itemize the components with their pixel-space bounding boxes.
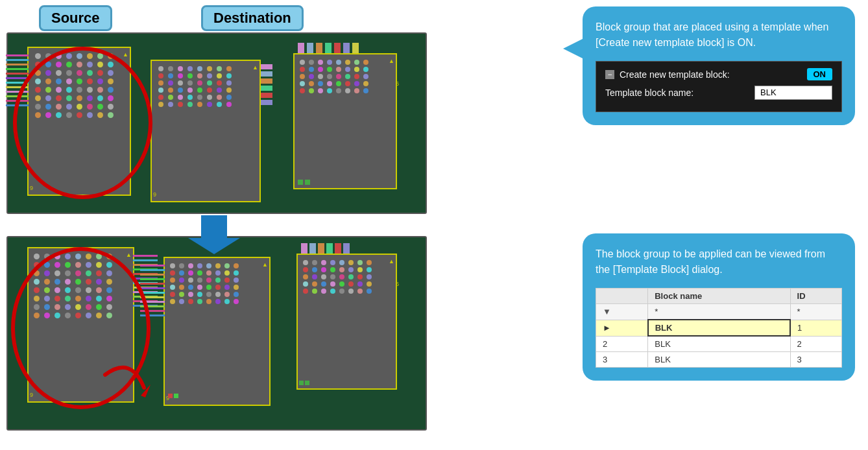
row2-name: BLK <box>648 336 790 352</box>
table-col-empty <box>596 289 648 304</box>
callout-inner-box: − Create new template block: ON Template… <box>596 61 842 112</box>
filter-id-cell: * <box>790 304 841 320</box>
callout-bottom: The block group to be applied can be vie… <box>583 233 855 381</box>
row2-id: 2 <box>790 336 841 352</box>
blue-down-arrow <box>188 215 240 257</box>
filter-icon-cell: ▼ <box>596 304 648 320</box>
bottom-pcb-area: 9 ▲ <box>0 230 435 450</box>
svg-marker-0 <box>188 215 240 254</box>
table-filter-row: ▼ * * <box>596 304 842 320</box>
dest2-bottom-pcb-block: ▲ 6 <box>296 254 397 390</box>
table-row[interactable]: ► BLK 1 <box>596 320 842 336</box>
create-template-row: − Create new template block: ON <box>605 68 832 80</box>
red-arrow <box>92 362 157 410</box>
dest2-pcb-block: ▲ 6 <box>293 53 397 189</box>
template-table: Block name ID ▼ * * ► BLK 1 2 BLK <box>596 288 842 368</box>
minus-icon: − <box>605 70 614 79</box>
create-template-label-group: − Create new template block: <box>605 69 730 80</box>
table-row[interactable]: 3 BLK 3 <box>596 352 842 368</box>
callout-bottom-text: The block group to be applied can be vie… <box>596 246 842 278</box>
table-col-id: ID <box>790 289 841 304</box>
row3-id: 3 <box>790 352 841 368</box>
dest1-pcb-block: 9 ▲ <box>151 60 261 202</box>
row2-indicator: 2 <box>596 336 648 352</box>
page-container: Source Destination <box>0 0 868 450</box>
template-name-input[interactable]: BLK <box>754 86 832 100</box>
source-label: Source <box>39 5 112 31</box>
row3-indicator: 3 <box>596 352 648 368</box>
top-pcb-area: Source Destination <box>0 0 435 220</box>
on-badge: ON <box>807 68 833 80</box>
dest1-bottom-pcb-block: 9 ▲ <box>163 257 271 406</box>
row3-name: BLK <box>648 352 790 368</box>
table-row[interactable]: 2 BLK 2 <box>596 336 842 352</box>
create-template-label: Create new template block: <box>620 69 730 80</box>
row1-indicator: ► <box>596 320 648 336</box>
filter-name-cell: * <box>648 304 790 320</box>
callout-top-text: Block group that are placed using a temp… <box>596 19 842 51</box>
table-col-blockname: Block name <box>648 289 790 304</box>
destination-label: Destination <box>201 5 304 31</box>
row1-name: BLK <box>648 320 790 336</box>
row1-id: 1 <box>790 320 841 336</box>
callout-top: Block group that are placed using a temp… <box>583 6 855 125</box>
template-name-label: Template block name: <box>605 88 693 98</box>
template-name-row: Template block name: BLK <box>605 86 832 100</box>
pcb-board-bottom: 9 ▲ <box>6 236 427 431</box>
pcb-board-top: 9 ▲ <box>6 32 427 214</box>
source-red-circle <box>13 47 152 199</box>
